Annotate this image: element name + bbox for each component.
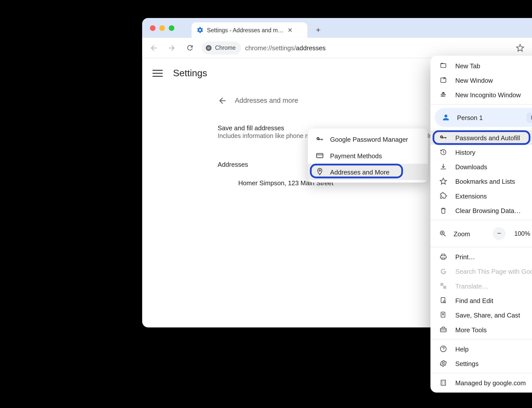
zoom-value: 100% xyxy=(511,230,532,237)
menu-label: Search This Page with Google… xyxy=(455,268,532,275)
profile-name: Person 1 xyxy=(457,114,520,121)
hamburger-menu-icon[interactable] xyxy=(152,68,163,78)
submenu-password-manager[interactable]: Google Password Manager xyxy=(308,131,428,148)
menu-label: Help xyxy=(455,345,532,352)
site-chip[interactable]: Chrome xyxy=(202,41,241,54)
tab-title: Settings - Addresses and more xyxy=(207,27,284,33)
menu-label: More Tools xyxy=(455,326,532,333)
puzzle-icon xyxy=(439,192,447,200)
tab-strip: Settings - Addresses and more ✕ ＋ xyxy=(142,18,532,38)
back-arrow-icon[interactable] xyxy=(218,96,227,106)
menu-clear-data[interactable]: Clear Browsing Data… ⇧⌘⌫ xyxy=(430,203,532,218)
menu-label: Translate… xyxy=(455,282,532,290)
menu-help[interactable]: Help xyxy=(430,342,532,356)
svg-rect-3 xyxy=(317,154,323,158)
card-icon xyxy=(316,151,324,160)
svg-rect-7 xyxy=(441,63,443,64)
profile-badge: Not signed in xyxy=(526,112,532,122)
menu-incognito[interactable]: New Incognito Window ⇧⌘N xyxy=(430,88,532,102)
menu-label: Extensions xyxy=(455,192,532,200)
menu-label: Clear Browsing Data… xyxy=(455,207,532,214)
new-tab-icon xyxy=(439,62,447,70)
google-icon xyxy=(439,268,447,275)
menu-label: Print… xyxy=(455,253,532,260)
autofill-submenu: Google Password Manager Payment Methods … xyxy=(308,128,428,182)
submenu-payment-methods[interactable]: Payment Methods xyxy=(308,148,428,164)
menu-label: Find and Edit xyxy=(455,297,532,304)
menu-profile-row[interactable]: Person 1 Not signed in xyxy=(435,108,532,127)
menu-print[interactable]: Print… ⌘P xyxy=(430,250,532,264)
help-icon xyxy=(439,345,447,353)
section-title: Addresses and more xyxy=(235,97,298,104)
omnibox-url: chrome://settings/addresses xyxy=(245,44,326,52)
submenu-label: Payment Methods xyxy=(330,152,382,159)
document-search-icon xyxy=(439,296,447,304)
omnibox[interactable]: Chrome chrome://settings/addresses xyxy=(200,40,356,56)
menu-label: New Window xyxy=(455,76,532,84)
share-icon xyxy=(439,311,447,319)
menu-settings[interactable]: Settings ⌘, xyxy=(430,356,532,371)
building-icon xyxy=(439,379,447,386)
zoom-icon xyxy=(439,230,447,238)
menu-label: New Incognito Window xyxy=(455,91,532,98)
menu-managed[interactable]: Managed by google.com xyxy=(430,376,532,390)
svg-rect-10 xyxy=(441,298,445,303)
settings-gear-icon xyxy=(197,26,203,33)
zoom-label: Zoom xyxy=(454,230,487,237)
svg-rect-16 xyxy=(441,380,446,386)
menu-search-page: Search This Page with Google… xyxy=(430,264,532,278)
svg-rect-6 xyxy=(441,64,446,68)
menu-label: Downloads xyxy=(455,163,532,170)
menu-new-window[interactable]: New Window ⌘N xyxy=(430,73,532,87)
page-title: Settings xyxy=(173,68,207,79)
menu-downloads[interactable]: Downloads ⌥⌘L xyxy=(430,160,532,174)
menu-label: Bookmarks and Lists xyxy=(455,178,532,185)
star-icon xyxy=(439,178,447,185)
menu-label: History xyxy=(455,148,532,156)
new-window-icon xyxy=(439,76,447,84)
back-button[interactable] xyxy=(146,40,161,55)
history-icon xyxy=(439,148,447,156)
annotation-passwords-highlight xyxy=(433,130,530,145)
minimize-window-button[interactable] xyxy=(159,25,165,31)
translate-icon xyxy=(439,282,447,290)
site-chip-label: Chrome xyxy=(215,44,236,51)
menu-translate: Translate… xyxy=(430,278,532,293)
window-controls xyxy=(150,25,174,31)
menu-bookmarks[interactable]: Bookmarks and Lists xyxy=(430,174,532,188)
menu-find[interactable]: Find and Edit xyxy=(430,293,532,308)
close-window-button[interactable] xyxy=(150,25,155,31)
close-tab-icon[interactable]: ✕ xyxy=(288,26,293,33)
chrome-main-menu: New Tab ⌘T New Window ⌘N New Incognito W… xyxy=(430,56,532,392)
menu-extensions[interactable]: Extensions xyxy=(430,188,532,203)
annotation-addresses-highlight xyxy=(310,164,403,178)
person-icon xyxy=(441,112,451,122)
zoom-out-button[interactable]: − xyxy=(493,227,505,240)
forward-button[interactable] xyxy=(164,40,179,55)
menu-new-tab[interactable]: New Tab ⌘T xyxy=(430,58,532,73)
trash-icon xyxy=(439,206,447,214)
key-icon xyxy=(316,135,324,144)
menu-label: New Tab xyxy=(455,62,532,69)
browser-tab[interactable]: Settings - Addresses and more ✕ xyxy=(191,22,307,38)
menu-label: Settings xyxy=(455,360,532,367)
menu-label: Save, Share, and Cast xyxy=(455,311,532,318)
svg-point-2 xyxy=(208,47,209,48)
gear-icon xyxy=(439,360,447,367)
menu-label: Managed by google.com xyxy=(455,379,532,386)
new-tab-button[interactable]: ＋ xyxy=(312,23,324,36)
bookmark-star-icon[interactable] xyxy=(512,40,528,56)
menu-more-tools[interactable]: More Tools xyxy=(430,322,532,337)
download-icon xyxy=(439,163,447,170)
submenu-label: Google Password Manager xyxy=(330,136,408,143)
browser-toolbar: Chrome chrome://settings/addresses xyxy=(142,38,532,58)
incognito-icon xyxy=(439,91,447,98)
print-icon xyxy=(439,253,447,260)
reload-button[interactable] xyxy=(182,40,197,55)
menu-history[interactable]: History xyxy=(430,145,532,159)
svg-point-15 xyxy=(442,362,444,364)
maximize-window-button[interactable] xyxy=(169,25,174,31)
chrome-icon xyxy=(205,44,212,51)
menu-cast[interactable]: Save, Share, and Cast xyxy=(430,308,532,322)
toolbox-icon xyxy=(439,326,447,334)
